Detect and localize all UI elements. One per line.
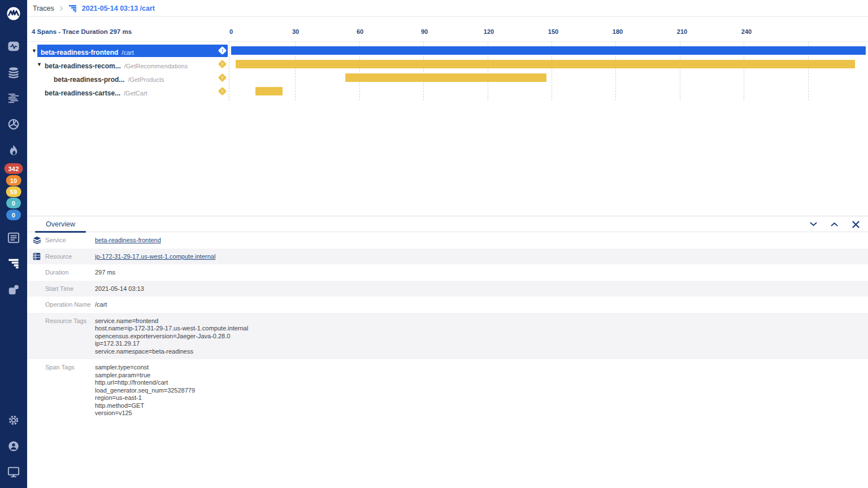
collapse-triangle-icon[interactable]: ▼ [32, 48, 37, 54]
alert-count-badge[interactable]: 0 [6, 210, 21, 220]
axis-tick-label: 60 [357, 28, 363, 35]
alert-count-badge[interactable]: 342 [5, 163, 23, 174]
tag-line: host.name=ip-172-31-29-17.us-west-1.comp… [95, 325, 862, 333]
chevron-right-icon [59, 6, 63, 11]
span-service-name: beta-readiness-cartse... [45, 89, 120, 97]
span-duration-bar[interactable] [255, 87, 282, 95]
detail-row: Servicebeta-readiness-frontend [27, 232, 868, 249]
close-icon[interactable] [852, 220, 860, 229]
warning-diamond-icon[interactable]: ! [218, 73, 227, 82]
detail-row: Duration297 ms [27, 264, 868, 281]
trace-waterfall: ▼beta-readiness-frontend/cart!▼beta-read… [27, 42, 868, 101]
tag-line: opencensus.exporterversion=Jaeger-Java-0… [95, 333, 862, 341]
tab-overview[interactable]: Overview [35, 216, 86, 232]
axis-tick-label: 240 [741, 28, 752, 35]
warning-diamond-icon[interactable]: ! [218, 87, 227, 96]
sidebar-user-icon[interactable] [0, 439, 27, 453]
warning-diamond-icon[interactable]: ! [218, 60, 227, 69]
span-service-name: beta-readiness-frontend [41, 49, 118, 56]
detail-row-value: 2021-05-14 03:13 [95, 285, 862, 293]
trace-timeline-header: 4 Spans - Trace Duration 297 ms 03060901… [27, 17, 868, 42]
sidebar-gear-icon[interactable] [0, 413, 27, 427]
span-row[interactable]: beta-readiness-prod.../GetProducts! [27, 71, 868, 85]
sidebar-trace-icon[interactable] [0, 256, 27, 270]
resource-link[interactable]: ip-172-31-29-17.us-west-1.compute.intern… [95, 253, 215, 260]
tag-line: http.method=GET [95, 402, 862, 410]
span-operation-name: /GetRecommendations [124, 63, 188, 69]
tag-line: load_generator.seq_num=32528779 [95, 387, 862, 395]
detail-row-label: Span Tags [45, 364, 75, 371]
service-stack-icon [33, 236, 41, 245]
app-logo-icon[interactable] [0, 0, 27, 27]
trace-summary-text: 4 Spans - Trace Duration 297 ms [32, 28, 132, 35]
detail-row-value: sampler.type=constsampler.param=truehttp… [95, 364, 862, 417]
detail-row-label: Operation Name [45, 301, 91, 308]
breadcrumb-traces-link[interactable]: Traces [33, 5, 54, 12]
alert-count-badge[interactable]: 0 [6, 198, 21, 208]
span-duration-bar[interactable] [231, 46, 866, 55]
span-label: beta-readiness-prod.../GetProducts [54, 74, 164, 84]
span-operation-name: /cart [121, 49, 133, 56]
details-tab-bar: Overview [27, 216, 868, 232]
sidebar-events-icon[interactable] [0, 231, 27, 245]
axis-tick-label: 180 [613, 28, 623, 35]
detail-row-value: 297 ms [95, 269, 862, 277]
tag-line: sampler.type=const [95, 364, 862, 372]
trace-icon [68, 5, 77, 12]
detail-row: Start Time2021-05-14 03:13 [27, 281, 868, 297]
alert-count-badge[interactable]: 59 [6, 186, 21, 197]
axis-tick-label: 0 [229, 28, 233, 35]
axis-tick-label: 150 [548, 28, 558, 35]
breadcrumb-current-trace[interactable]: 2021-05-14 03:13 /cart [82, 5, 155, 12]
span-row[interactable]: beta-readiness-cartse.../GetCart! [27, 85, 868, 98]
sidebar-flame-icon[interactable] [0, 143, 27, 157]
detail-row-value: service.name=frontendhost.name=ip-172-31… [95, 317, 862, 356]
detail-row-label: Duration [45, 269, 69, 276]
tag-line: service.namespace=beta-readiness [95, 348, 862, 356]
tag-line: service.name=frontend [95, 317, 862, 325]
panel-controls [810, 216, 860, 232]
resource-icon [33, 252, 41, 262]
sidebar-logs-icon[interactable] [0, 91, 27, 105]
sidebar-components-icon[interactable] [0, 283, 27, 297]
tag-line: http.url=http://frontend/cart [95, 379, 862, 387]
tag-line: version=v125 [95, 409, 862, 417]
detail-row-label: Start Time [45, 285, 73, 292]
axis-tick-label: 30 [292, 28, 299, 35]
tag-line: ip=172.31.29.17 [95, 340, 862, 348]
span-operation-name: /GetCart [124, 90, 147, 97]
span-details-panel: Overview Servicebeta-readiness-frontendR… [27, 216, 868, 488]
sidebar-database-icon[interactable] [0, 66, 27, 79]
span-label: beta-readiness-recom.../GetRecommendatio… [45, 60, 188, 71]
detail-row-value: beta-readiness-frontend [95, 237, 862, 245]
sidebar-monitor-icon[interactable] [0, 465, 27, 479]
span-duration-bar[interactable] [236, 60, 855, 68]
tag-line: sampler.param=true [95, 372, 862, 380]
detail-row-value: /cart [95, 301, 862, 309]
axis-tick-label: 210 [677, 28, 687, 35]
sidebar: 342105900 [0, 0, 27, 488]
alert-count-badge[interactable]: 10 [6, 175, 21, 186]
chevron-down-icon[interactable] [810, 222, 817, 226]
tag-line: region=us-east-1 [95, 394, 862, 402]
sidebar-pulse-icon[interactable] [0, 40, 27, 53]
detail-row: Span Tagssampler.type=constsampler.param… [27, 359, 868, 421]
detail-row-label: Resource Tags [45, 317, 86, 324]
span-row[interactable]: ▼beta-readiness-recom.../GetRecommendati… [27, 58, 868, 71]
chevron-up-icon[interactable] [831, 222, 838, 226]
service-link[interactable]: beta-readiness-frontend [95, 237, 161, 243]
detail-row-label: Service [45, 237, 66, 243]
span-service-name: beta-readiness-recom... [45, 62, 121, 70]
span-service-name: beta-readiness-prod... [54, 76, 124, 84]
span-operation-name: /GetProducts [128, 76, 164, 83]
warning-diamond-icon[interactable]: ! [218, 46, 227, 55]
span-row[interactable]: ▼beta-readiness-frontend/cart! [27, 44, 868, 58]
detail-row-value: ip-172-31-29-17.us-west-1.compute.intern… [95, 253, 862, 261]
collapse-triangle-icon[interactable]: ▼ [37, 62, 42, 67]
breadcrumb: Traces 2021-05-14 03:13 /cart [27, 0, 868, 17]
sidebar-websites-icon[interactable] [0, 117, 27, 131]
detail-row: Operation Name/cart [27, 297, 868, 313]
detail-row-label: Resource [45, 253, 72, 260]
main-content: Traces 2021-05-14 03:13 /cart 4 Spans - … [27, 0, 868, 488]
span-duration-bar[interactable] [345, 73, 546, 82]
